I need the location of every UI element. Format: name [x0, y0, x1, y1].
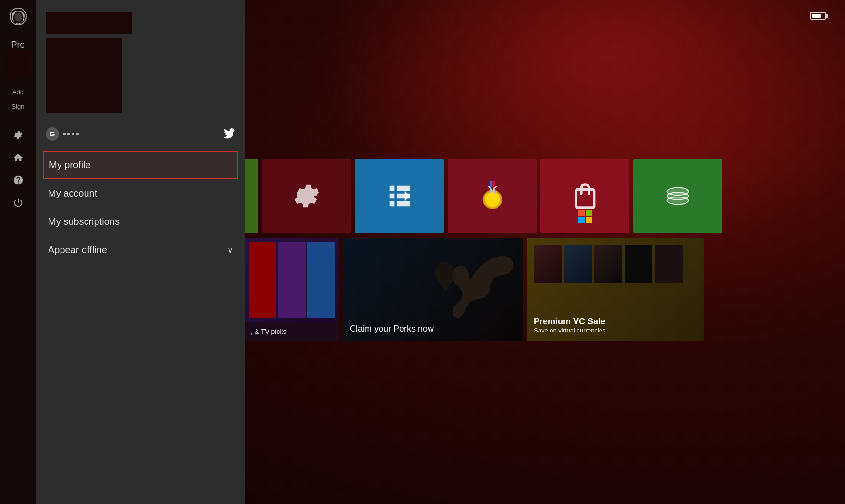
battery-body	[810, 12, 826, 20]
panel-avatar-area	[46, 38, 235, 113]
sidebar: Pro Add Sign	[0, 0, 36, 504]
svg-point-1	[14, 13, 22, 21]
sidebar-power-icon[interactable]	[13, 197, 24, 208]
gamepass-tile[interactable]	[633, 159, 722, 233]
panel-divider	[36, 148, 245, 148]
picks-tile-label: , & TV picks	[251, 328, 333, 335]
store-tile-bag-icon	[570, 181, 600, 211]
dot-4	[76, 133, 79, 135]
xbox-logo-icon	[9, 7, 27, 25]
sidebar-icons	[13, 130, 24, 208]
perks-tile[interactable]: Claim your Perks now	[343, 238, 523, 341]
profile-label: Pro	[11, 40, 24, 50]
panel-social-icons: G	[36, 127, 245, 148]
film-picks-tile[interactable]: , & TV picks	[245, 238, 339, 341]
menu-item-my-account[interactable]: My account	[36, 179, 245, 208]
settings-tile-gear-icon	[292, 181, 322, 211]
vc-sale-tile[interactable]: Premium VC Sale Save on virtual currenci…	[527, 238, 704, 341]
dragon-silhouette-icon	[422, 243, 518, 329]
settings-tile[interactable]	[262, 159, 351, 233]
sidebar-question-icon[interactable]	[13, 175, 24, 185]
appear-offline-label: Appear offline	[48, 245, 107, 256]
store-tile[interactable]	[540, 159, 629, 233]
battery-fill	[812, 14, 821, 18]
partial-green-tile	[245, 159, 258, 233]
sidebar-gear-icon[interactable]	[13, 130, 24, 140]
svg-point-9	[667, 197, 688, 204]
menu-item-appear-offline[interactable]: Appear offline ∨	[36, 236, 245, 264]
perks-tile-label: Claim your Perks now	[350, 324, 434, 334]
svg-rect-5	[490, 181, 492, 187]
svg-point-3	[485, 192, 500, 207]
sidebar-avatar-thumb	[6, 50, 30, 79]
panel-header	[36, 7, 245, 127]
media-tile[interactable]	[355, 159, 444, 233]
sidebar-sign-label: Sign	[12, 103, 24, 110]
my-subscriptions-label: My subscriptions	[48, 216, 120, 227]
sidebar-add-label: Add	[12, 88, 24, 96]
vc-sale-title: Premium VC Sale	[534, 317, 697, 327]
achievement-dots-icon	[63, 133, 79, 135]
gamerscore-icon: G	[46, 127, 59, 141]
social-left-icons: G	[46, 127, 79, 141]
dot-2	[67, 133, 70, 135]
my-account-label: My account	[48, 188, 97, 199]
media-tile-play-icon	[384, 181, 415, 211]
dot-3	[72, 133, 74, 135]
menu-item-my-profile[interactable]: My profile	[43, 151, 238, 179]
dropdown-panel: G My profile My account My subscriptions…	[36, 0, 245, 504]
achievements-tile[interactable]	[448, 159, 537, 233]
battery-tip	[826, 14, 828, 18]
sidebar-home-icon[interactable]	[13, 152, 24, 163]
svg-rect-6	[492, 181, 495, 187]
dot-1	[63, 133, 66, 135]
appear-offline-chevron-icon: ∨	[227, 246, 233, 255]
panel-user-banner	[46, 12, 132, 34]
gamepass-tile-stack-icon	[662, 181, 693, 211]
panel-avatar-large	[46, 38, 122, 113]
menu-item-my-subscriptions[interactable]: My subscriptions	[36, 208, 245, 236]
twitter-icon[interactable]	[224, 128, 235, 140]
achievements-tile-medal-icon	[476, 179, 509, 213]
battery-indicator	[810, 12, 828, 20]
my-profile-label: My profile	[49, 160, 91, 171]
sidebar-divider	[9, 115, 28, 115]
vc-sale-subtitle: Save on virtual currencies	[534, 327, 697, 334]
